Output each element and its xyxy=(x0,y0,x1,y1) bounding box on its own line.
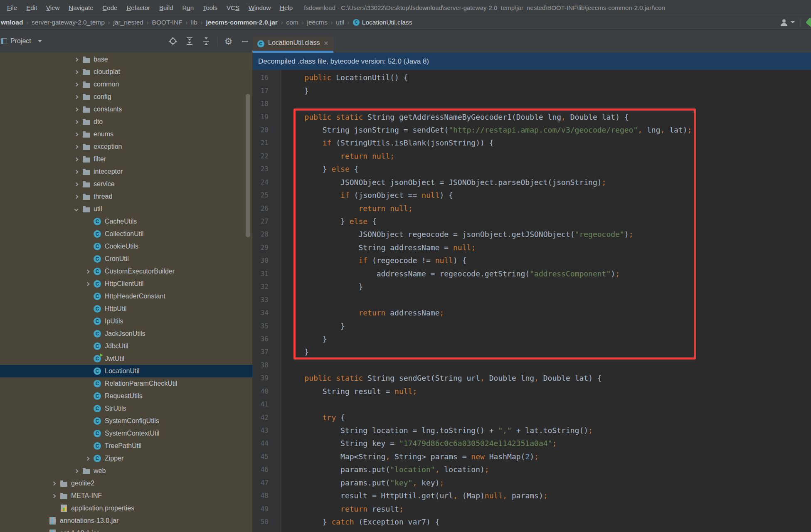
tree-item-application-properties[interactable]: application.properties xyxy=(0,502,252,515)
breadcrumb-item[interactable]: BOOT-INF xyxy=(152,19,182,26)
line-number[interactable]: 20 xyxy=(252,126,281,134)
line-number[interactable]: 28 xyxy=(252,230,281,238)
tree-item-ant-1-10-1-jar[interactable]: ant-1.10.1.jar xyxy=(0,527,252,532)
tree-item-util[interactable]: util xyxy=(0,203,252,215)
collapse-all-icon[interactable] xyxy=(200,36,212,47)
project-view-caret-icon[interactable] xyxy=(38,40,42,42)
line-number[interactable]: 21 xyxy=(252,139,281,147)
tree-item-inteceptor[interactable]: inteceptor xyxy=(0,165,252,178)
code-line[interactable]: 16 public LocationUtil() { xyxy=(252,71,811,84)
tree-item-web[interactable]: web xyxy=(0,465,252,477)
menu-navigate[interactable]: Navigate xyxy=(64,4,98,11)
line-number[interactable]: 19 xyxy=(252,113,281,121)
line-number[interactable]: 26 xyxy=(252,204,281,212)
menu-tools[interactable]: Tools xyxy=(198,4,222,11)
menu-refactor[interactable]: Refactor xyxy=(122,4,155,11)
hide-panel-icon[interactable] xyxy=(239,36,251,47)
breadcrumb-item[interactable]: lib xyxy=(191,19,197,26)
menu-run[interactable]: Run xyxy=(177,4,198,11)
dropdown-caret-icon[interactable] xyxy=(791,21,795,23)
line-number[interactable]: 18 xyxy=(252,100,281,108)
line-number[interactable]: 49 xyxy=(252,505,281,513)
code-line[interactable]: 49 return result; xyxy=(252,502,811,515)
tree-item-base[interactable]: base xyxy=(0,53,252,66)
tree-item-constants[interactable]: constants xyxy=(0,103,252,116)
tree-item-locationutil[interactable]: CLocationUtil xyxy=(0,365,252,377)
tree-item-systemcontextutil[interactable]: CSystemContextUtil xyxy=(0,427,252,440)
code-line[interactable]: 47 params.put("key", key); xyxy=(252,476,811,489)
line-number[interactable]: 24 xyxy=(252,178,281,186)
tree-item-collectionutil[interactable]: CCollectionUtil xyxy=(0,228,252,240)
menu-build[interactable]: Build xyxy=(155,4,177,11)
line-number[interactable]: 48 xyxy=(252,492,281,500)
build-status-icon[interactable] xyxy=(806,17,811,27)
tree-scrollbar[interactable] xyxy=(246,94,250,237)
chevron-right-icon[interactable] xyxy=(74,195,79,199)
line-number[interactable]: 39 xyxy=(252,374,281,382)
menu-help[interactable]: Help xyxy=(275,4,297,11)
line-number[interactable]: 43 xyxy=(252,426,281,434)
line-number[interactable]: 44 xyxy=(252,439,281,447)
breadcrumb-item[interactable]: CLocationUtil.class xyxy=(353,19,412,26)
tree-item-zipper[interactable]: CZipper xyxy=(0,452,252,465)
breadcrumb-item[interactable]: jeecms xyxy=(307,19,328,26)
breadcrumb-item[interactable]: jeecms-common-2.0.jar xyxy=(206,19,278,26)
line-number[interactable]: 47 xyxy=(252,479,281,487)
tree-item-httputil[interactable]: CHttpUtil xyxy=(0,303,252,315)
tree-item-jwtutil[interactable]: C▶JwtUtil xyxy=(0,352,252,365)
code-line[interactable]: 40 String result = null; xyxy=(252,385,811,398)
breadcrumb-item[interactable]: com xyxy=(286,19,298,26)
line-number[interactable]: 22 xyxy=(252,152,281,160)
menu-view[interactable]: View xyxy=(42,4,64,11)
line-number[interactable]: 35 xyxy=(252,322,281,330)
tree-item-httpheaderconstant[interactable]: CHttpHeaderConstant xyxy=(0,290,252,303)
settings-gear-icon[interactable]: ⚙ xyxy=(223,36,234,47)
tree-item-config[interactable]: config xyxy=(0,91,252,103)
tree-item-thread[interactable]: thread xyxy=(0,190,252,203)
chevron-right-icon[interactable] xyxy=(74,107,79,111)
line-number[interactable]: 32 xyxy=(252,283,281,291)
line-number[interactable]: 25 xyxy=(252,191,281,199)
tree-item-jackjsonutils[interactable]: CJackJsonUtils xyxy=(0,328,252,340)
line-number[interactable]: 45 xyxy=(252,453,281,461)
chevron-right-icon[interactable] xyxy=(74,120,79,124)
breadcrumb-item[interactable]: wnload xyxy=(1,19,23,26)
chevron-right-icon[interactable] xyxy=(74,145,79,149)
locate-icon[interactable] xyxy=(167,36,178,47)
chevron-right-icon[interactable] xyxy=(74,57,79,62)
breadcrumb-item[interactable]: jar_nested xyxy=(113,19,143,26)
line-number[interactable]: 50 xyxy=(252,518,281,526)
line-number[interactable]: 37 xyxy=(252,348,281,356)
tree-item-customexecutorbuilder[interactable]: CCustomExecutorBuilder xyxy=(0,265,252,278)
line-number[interactable]: 34 xyxy=(252,309,281,317)
line-number[interactable]: 29 xyxy=(252,244,281,251)
tree-item-cacheutils[interactable]: CCacheUtils xyxy=(0,215,252,228)
code-line[interactable]: 42 try { xyxy=(252,411,811,424)
chevron-down-icon[interactable] xyxy=(74,207,79,211)
code-line[interactable]: 39 public static String sendGet(String u… xyxy=(252,372,811,384)
line-number[interactable]: 16 xyxy=(252,74,281,81)
line-number[interactable]: 27 xyxy=(252,217,281,225)
tree-item-jdbcutil[interactable]: CJdbcUtil xyxy=(0,340,252,352)
breadcrumb-item[interactable]: util xyxy=(336,19,344,26)
user-icon[interactable] xyxy=(779,18,789,27)
line-number[interactable]: 33 xyxy=(252,296,281,304)
code-editor[interactable]: 16 public LocationUtil() {17 }1819 publi… xyxy=(252,70,811,532)
menu-vcs[interactable]: VCS xyxy=(222,4,244,11)
chevron-right-icon[interactable] xyxy=(74,182,79,186)
line-number[interactable]: 36 xyxy=(252,335,281,343)
line-number[interactable]: 31 xyxy=(252,270,281,278)
close-icon[interactable]: ✕ xyxy=(324,40,329,47)
tree-item-common[interactable]: common xyxy=(0,78,252,91)
chevron-right-icon[interactable] xyxy=(74,170,79,174)
tree-item-treepathutil[interactable]: CTreePathUtil xyxy=(0,440,252,452)
tree-item-dto[interactable]: dto xyxy=(0,116,252,128)
menu-code[interactable]: Code xyxy=(98,4,122,11)
tree-item-relationparamcheckutil[interactable]: CRelationParamCheckUtil xyxy=(0,377,252,390)
tree-item-service[interactable]: service xyxy=(0,178,252,190)
expand-all-icon[interactable] xyxy=(184,36,195,47)
tab-locationutil-class[interactable]: C LocationUtil.class ✕ xyxy=(252,37,333,53)
tree-item-strutils[interactable]: CStrUtils xyxy=(0,402,252,415)
chevron-right-icon[interactable] xyxy=(52,481,56,485)
tree-item-cookieutils[interactable]: CCookieUtils xyxy=(0,240,252,253)
